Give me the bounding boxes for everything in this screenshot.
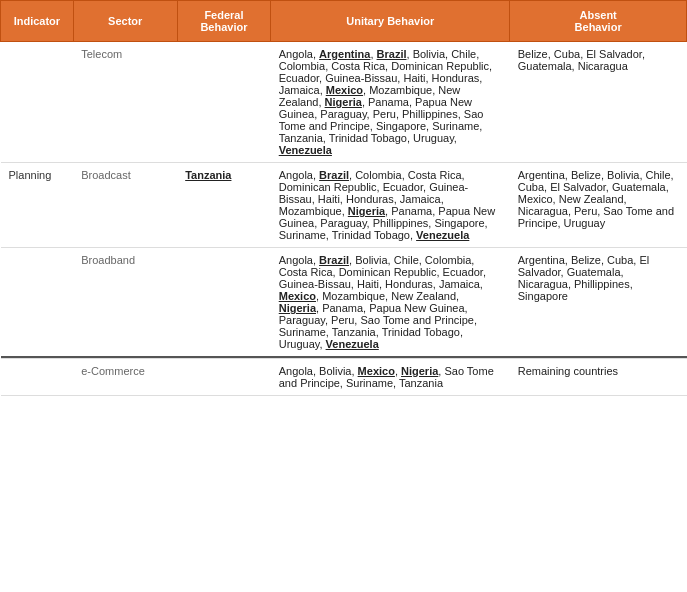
unitary-cell: Angola, Brazil, Bolivia, Chile, Colombia… bbox=[271, 248, 510, 358]
unitary-cell: Angola, Argentina, Brazil, Bolivia, Chil… bbox=[271, 42, 510, 163]
absent-cell: Argentina, Belize, Bolivia, Chile, Cuba,… bbox=[510, 163, 687, 248]
col-absent: AbsentBehavior bbox=[510, 1, 687, 42]
federal-cell bbox=[177, 248, 271, 358]
table-row: Broadband Angola, Brazil, Bolivia, Chile… bbox=[1, 248, 687, 358]
col-federal: FederalBehavior bbox=[177, 1, 271, 42]
col-unitary: Unitary Behavior bbox=[271, 1, 510, 42]
indicator-cell bbox=[1, 248, 74, 358]
col-sector: Sector bbox=[73, 1, 177, 42]
table-row: e-Commerce Angola, Bolivia, Mexico, Nige… bbox=[1, 359, 687, 396]
main-table: Indicator Sector FederalBehavior Unitary… bbox=[0, 0, 687, 396]
sector-cell: Telecom bbox=[73, 42, 177, 163]
federal-cell bbox=[177, 42, 271, 163]
federal-cell: Tanzania bbox=[177, 163, 271, 248]
sector-cell: Broadcast bbox=[73, 163, 177, 248]
indicator-cell bbox=[1, 42, 74, 163]
table-row: Planning Broadcast Tanzania Angola, Braz… bbox=[1, 163, 687, 248]
absent-cell: Argentina, Belize, Cuba, El Salvador, Gu… bbox=[510, 248, 687, 358]
unitary-cell: Angola, Brazil, Colombia, Costa Rica, Do… bbox=[271, 163, 510, 248]
absent-cell: Belize, Cuba, El Salvador, Guatemala, Ni… bbox=[510, 42, 687, 163]
table-row: Telecom Angola, Argentina, Brazil, Boliv… bbox=[1, 42, 687, 163]
unitary-cell: Angola, Bolivia, Mexico, Nigeria, Sao To… bbox=[271, 359, 510, 396]
sector-cell: Broadband bbox=[73, 248, 177, 358]
indicator-cell bbox=[1, 359, 74, 396]
header-row: Indicator Sector FederalBehavior Unitary… bbox=[1, 1, 687, 42]
federal-cell bbox=[177, 359, 271, 396]
sector-cell: e-Commerce bbox=[73, 359, 177, 396]
indicator-cell: Planning bbox=[1, 163, 74, 248]
absent-cell: Remaining countries bbox=[510, 359, 687, 396]
col-indicator: Indicator bbox=[1, 1, 74, 42]
